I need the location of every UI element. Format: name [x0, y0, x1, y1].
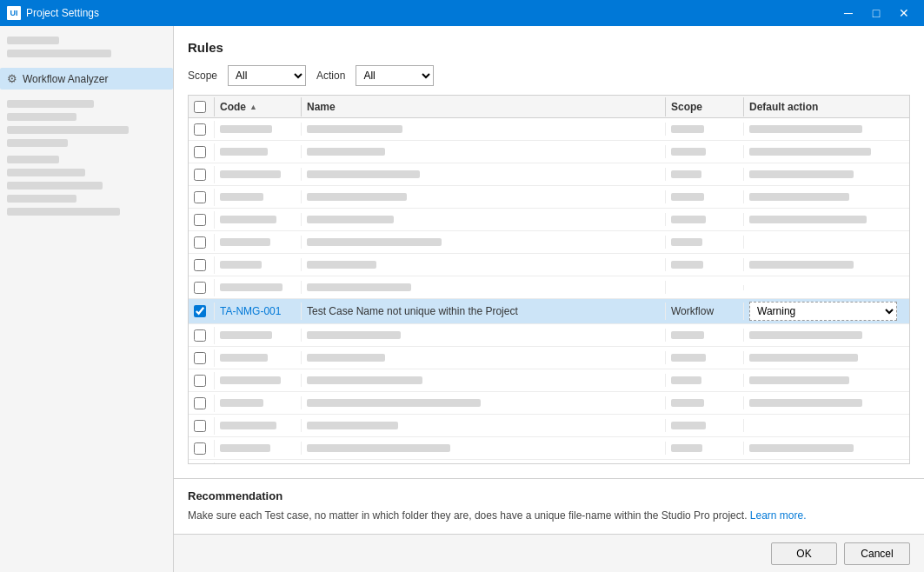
scope-select[interactable]: All Workflow Activity: [228, 65, 306, 86]
row-checkbox[interactable]: [194, 236, 206, 249]
action-placeholder: [749, 125, 862, 133]
row-code-cell: [215, 190, 302, 203]
row-code-cell: [215, 351, 302, 364]
cancel-button[interactable]: Cancel: [844, 542, 910, 565]
recommendation-section: Recommendation Make sure each Test case,…: [174, 478, 924, 534]
row-checkbox[interactable]: [194, 191, 206, 203]
row-check-cell: [189, 462, 215, 464]
sidebar-item-workflow-analyzer[interactable]: ⚙ Workflow Analyzer: [0, 68, 173, 90]
table-row[interactable]: [189, 324, 909, 347]
row-code-cell: [215, 281, 302, 294]
row-checkbox[interactable]: [194, 442, 206, 455]
rule-code-link[interactable]: TA-NMG-001: [220, 305, 281, 317]
ok-button[interactable]: OK: [771, 542, 837, 565]
action-placeholder: [749, 261, 854, 269]
learn-more-link[interactable]: Learn more.: [750, 509, 807, 522]
th-check: [189, 97, 215, 116]
th-code: Code ▲: [215, 97, 302, 116]
row-name-cell: [302, 190, 666, 203]
action-placeholder: [749, 216, 867, 223]
table-row[interactable]: [189, 392, 909, 415]
row-checkbox[interactable]: [194, 146, 206, 158]
code-placeholder: [220, 193, 263, 201]
maximize-button[interactable]: □: [863, 0, 889, 26]
row-checkbox[interactable]: [194, 214, 206, 226]
app-icon: UI: [7, 6, 21, 20]
row-name-cell: [302, 351, 666, 364]
table-row[interactable]: [189, 186, 909, 209]
table-row[interactable]: [189, 369, 909, 392]
row-code-cell: [215, 145, 302, 158]
table-row[interactable]: [189, 415, 909, 437]
row-action-cell: [744, 374, 909, 387]
sidebar-item-label: Workflow Analyzer: [23, 73, 108, 85]
sidebar-section-bottom: [0, 90, 173, 224]
row-code-cell: [215, 329, 302, 342]
minimize-button[interactable]: ─: [835, 0, 861, 26]
table-row[interactable]: [189, 347, 909, 369]
sidebar-placeholder: [7, 50, 111, 57]
row-scope-cell: [666, 419, 744, 432]
row-checkbox[interactable]: [194, 397, 206, 409]
row-check-cell: [189, 234, 215, 251]
row-action-cell: [744, 168, 909, 181]
row-name-cell: [302, 419, 666, 432]
table-row[interactable]: [189, 209, 909, 231]
sidebar-placeholder: [7, 113, 76, 121]
row-code-cell: [215, 419, 302, 432]
selected-row-checkbox[interactable]: [194, 305, 206, 317]
code-placeholder: [220, 399, 263, 407]
selected-table-row[interactable]: TA-NMG-001 Test Case Name not unique wit…: [189, 299, 909, 324]
row-checkbox[interactable]: [194, 123, 206, 136]
row-check-cell: [189, 143, 215, 161]
row-code-cell: [215, 374, 302, 387]
table-row[interactable]: [189, 460, 909, 463]
selected-row-code-cell: TA-NMG-001: [215, 303, 302, 320]
table-row[interactable]: [189, 276, 909, 299]
row-scope-cell: [666, 145, 744, 158]
row-check-cell: [189, 279, 215, 296]
table-row[interactable]: [189, 254, 909, 276]
action-placeholder: [749, 376, 849, 384]
row-checkbox[interactable]: [194, 169, 206, 181]
row-check-cell: [189, 349, 215, 367]
action-placeholder: [749, 148, 871, 156]
select-all-checkbox[interactable]: [194, 101, 206, 113]
name-placeholder: [307, 193, 407, 201]
row-scope-cell: [666, 213, 744, 226]
scope-placeholder: [671, 331, 704, 339]
rule-name: Test Case Name not unique within the Pro…: [307, 305, 518, 317]
th-scope: Scope: [666, 97, 744, 116]
selected-row-name-cell: Test Case Name not unique within the Pro…: [302, 303, 666, 320]
row-checkbox[interactable]: [194, 329, 206, 342]
name-placeholder: [307, 444, 450, 452]
code-placeholder: [220, 422, 276, 429]
row-checkbox[interactable]: [194, 375, 206, 387]
row-check-cell: [189, 121, 215, 138]
table-row[interactable]: [189, 163, 909, 186]
sidebar-placeholder: [7, 182, 103, 190]
row-scope-cell: [666, 442, 744, 455]
row-action-cell: [744, 423, 909, 429]
table-row[interactable]: [189, 437, 909, 460]
close-button[interactable]: ✕: [891, 0, 917, 26]
row-checkbox[interactable]: [194, 259, 206, 271]
table-row[interactable]: [189, 231, 909, 254]
scope-placeholder: [671, 193, 704, 201]
action-placeholder: [749, 193, 849, 201]
action-dropdown[interactable]: Warning Error Info: [749, 302, 897, 321]
name-placeholder: [307, 331, 401, 339]
row-checkbox[interactable]: [194, 420, 206, 432]
action-placeholder: [749, 331, 862, 339]
row-check-cell: [189, 211, 215, 229]
row-checkbox[interactable]: [194, 282, 206, 294]
table-row[interactable]: [189, 141, 909, 163]
table-row[interactable]: [189, 118, 909, 141]
filter-row: Scope All Workflow Activity Action All W…: [188, 65, 910, 86]
action-select[interactable]: All Warning Error Info: [356, 65, 434, 86]
row-action-cell: [744, 329, 909, 342]
content-area: Rules Scope All Workflow Activity Action…: [174, 26, 924, 572]
scope-placeholder: [671, 216, 706, 223]
scope-label: Scope: [188, 70, 217, 82]
row-checkbox[interactable]: [194, 352, 206, 364]
